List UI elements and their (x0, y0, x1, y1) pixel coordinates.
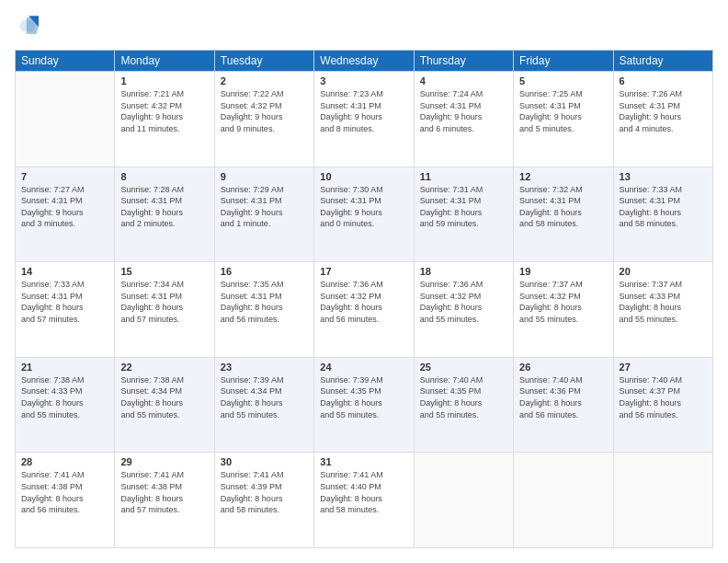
calendar-day-cell: 29Sunrise: 7:41 AM Sunset: 4:38 PM Dayli… (115, 453, 214, 548)
day-info: Sunrise: 7:34 AM Sunset: 4:31 PM Dayligh… (120, 279, 208, 325)
day-info: Sunrise: 7:40 AM Sunset: 4:36 PM Dayligh… (519, 374, 607, 420)
calendar-day-cell: 31Sunrise: 7:41 AM Sunset: 4:40 PM Dayli… (314, 453, 414, 548)
calendar-day-cell: 11Sunrise: 7:31 AM Sunset: 4:31 PM Dayli… (414, 167, 513, 262)
day-number: 11 (420, 171, 507, 182)
day-number: 17 (320, 266, 407, 277)
day-number: 15 (120, 266, 208, 277)
calendar-day-cell (613, 453, 712, 548)
day-number: 8 (120, 171, 208, 182)
day-info: Sunrise: 7:25 AM Sunset: 4:31 PM Dayligh… (519, 88, 607, 134)
day-info: Sunrise: 7:39 AM Sunset: 4:34 PM Dayligh… (221, 374, 308, 420)
calendar-day-cell: 21Sunrise: 7:38 AM Sunset: 4:33 PM Dayli… (16, 357, 115, 453)
day-info: Sunrise: 7:27 AM Sunset: 4:31 PM Dayligh… (21, 184, 108, 230)
day-number: 4 (420, 75, 507, 86)
day-number: 28 (21, 456, 108, 467)
calendar-day-cell: 22Sunrise: 7:38 AM Sunset: 4:34 PM Dayli… (115, 357, 214, 453)
calendar-table: SundayMondayTuesdayWednesdayThursdayFrid… (15, 50, 713, 548)
calendar-day-cell: 4Sunrise: 7:24 AM Sunset: 4:31 PM Daylig… (414, 72, 513, 167)
day-info: Sunrise: 7:37 AM Sunset: 4:33 PM Dayligh… (620, 279, 707, 325)
day-number: 24 (320, 362, 407, 373)
day-info: Sunrise: 7:40 AM Sunset: 4:37 PM Dayligh… (620, 374, 707, 420)
calendar-week-row: 1Sunrise: 7:21 AM Sunset: 4:32 PM Daylig… (16, 72, 713, 167)
day-number: 29 (120, 456, 208, 467)
calendar-day-cell: 17Sunrise: 7:36 AM Sunset: 4:32 PM Dayli… (314, 262, 414, 358)
day-info: Sunrise: 7:26 AM Sunset: 4:31 PM Dayligh… (620, 88, 707, 134)
calendar-week-row: 14Sunrise: 7:33 AM Sunset: 4:31 PM Dayli… (16, 262, 713, 358)
day-info: Sunrise: 7:33 AM Sunset: 4:31 PM Dayligh… (620, 184, 707, 230)
calendar-day-cell: 16Sunrise: 7:35 AM Sunset: 4:31 PM Dayli… (214, 262, 313, 358)
day-info: Sunrise: 7:41 AM Sunset: 4:39 PM Dayligh… (221, 469, 308, 515)
weekday-header: Friday (514, 51, 613, 72)
calendar-day-cell: 10Sunrise: 7:30 AM Sunset: 4:31 PM Dayli… (314, 167, 414, 262)
calendar-day-cell (16, 72, 115, 167)
header (15, 15, 713, 40)
day-number: 26 (519, 362, 607, 373)
day-info: Sunrise: 7:36 AM Sunset: 4:32 PM Dayligh… (420, 279, 507, 325)
day-number: 23 (221, 362, 308, 373)
day-number: 10 (320, 171, 407, 182)
day-number: 16 (221, 266, 308, 277)
calendar-day-cell: 28Sunrise: 7:41 AM Sunset: 4:38 PM Dayli… (16, 453, 115, 548)
calendar-day-cell: 8Sunrise: 7:28 AM Sunset: 4:31 PM Daylig… (115, 167, 214, 262)
day-info: Sunrise: 7:32 AM Sunset: 4:31 PM Dayligh… (519, 184, 607, 230)
day-info: Sunrise: 7:29 AM Sunset: 4:31 PM Dayligh… (221, 184, 308, 230)
calendar-week-row: 28Sunrise: 7:41 AM Sunset: 4:38 PM Dayli… (16, 453, 713, 548)
day-info: Sunrise: 7:38 AM Sunset: 4:33 PM Dayligh… (21, 374, 108, 420)
calendar-day-cell: 5Sunrise: 7:25 AM Sunset: 4:31 PM Daylig… (514, 72, 613, 167)
day-info: Sunrise: 7:40 AM Sunset: 4:35 PM Dayligh… (420, 374, 507, 420)
calendar-day-cell: 18Sunrise: 7:36 AM Sunset: 4:32 PM Dayli… (414, 262, 513, 358)
weekday-header: Wednesday (314, 51, 414, 72)
weekday-header: Thursday (414, 51, 513, 72)
day-info: Sunrise: 7:36 AM Sunset: 4:32 PM Dayligh… (320, 279, 407, 325)
day-number: 25 (420, 362, 507, 373)
day-info: Sunrise: 7:23 AM Sunset: 4:31 PM Dayligh… (320, 88, 407, 134)
logo (15, 15, 39, 40)
calendar-day-cell: 30Sunrise: 7:41 AM Sunset: 4:39 PM Dayli… (214, 453, 313, 548)
day-info: Sunrise: 7:31 AM Sunset: 4:31 PM Dayligh… (420, 184, 507, 230)
day-number: 21 (21, 362, 108, 373)
weekday-header: Saturday (613, 51, 712, 72)
day-info: Sunrise: 7:41 AM Sunset: 4:38 PM Dayligh… (21, 469, 108, 515)
calendar-day-cell: 13Sunrise: 7:33 AM Sunset: 4:31 PM Dayli… (613, 167, 712, 262)
day-number: 13 (620, 171, 707, 182)
day-info: Sunrise: 7:39 AM Sunset: 4:35 PM Dayligh… (320, 374, 407, 420)
day-number: 9 (221, 171, 308, 182)
calendar-day-cell (514, 453, 613, 548)
day-info: Sunrise: 7:24 AM Sunset: 4:31 PM Dayligh… (420, 88, 507, 134)
day-info: Sunrise: 7:21 AM Sunset: 4:32 PM Dayligh… (120, 88, 208, 134)
page: SundayMondayTuesdayWednesdayThursdayFrid… (0, 0, 728, 563)
day-info: Sunrise: 7:38 AM Sunset: 4:34 PM Dayligh… (120, 374, 208, 420)
day-info: Sunrise: 7:35 AM Sunset: 4:31 PM Dayligh… (221, 279, 308, 325)
day-info: Sunrise: 7:41 AM Sunset: 4:40 PM Dayligh… (320, 469, 407, 515)
calendar-day-cell: 19Sunrise: 7:37 AM Sunset: 4:32 PM Dayli… (514, 262, 613, 358)
day-number: 12 (519, 171, 607, 182)
day-number: 1 (120, 75, 208, 86)
day-info: Sunrise: 7:28 AM Sunset: 4:31 PM Dayligh… (120, 184, 208, 230)
calendar-day-cell: 14Sunrise: 7:33 AM Sunset: 4:31 PM Dayli… (16, 262, 115, 358)
calendar-week-row: 21Sunrise: 7:38 AM Sunset: 4:33 PM Dayli… (16, 357, 713, 453)
day-number: 6 (620, 75, 707, 86)
calendar-day-cell: 15Sunrise: 7:34 AM Sunset: 4:31 PM Dayli… (115, 262, 214, 358)
logo-icon (17, 15, 39, 37)
day-number: 27 (620, 362, 707, 373)
day-number: 22 (120, 362, 208, 373)
day-number: 7 (21, 171, 108, 182)
calendar-day-cell: 24Sunrise: 7:39 AM Sunset: 4:35 PM Dayli… (314, 357, 414, 453)
calendar-day-cell: 9Sunrise: 7:29 AM Sunset: 4:31 PM Daylig… (214, 167, 313, 262)
day-number: 19 (519, 266, 607, 277)
calendar-day-cell: 23Sunrise: 7:39 AM Sunset: 4:34 PM Dayli… (214, 357, 313, 453)
calendar-day-cell: 1Sunrise: 7:21 AM Sunset: 4:32 PM Daylig… (115, 72, 214, 167)
day-info: Sunrise: 7:41 AM Sunset: 4:38 PM Dayligh… (120, 469, 208, 515)
weekday-header: Sunday (16, 51, 115, 72)
day-number: 18 (420, 266, 507, 277)
day-info: Sunrise: 7:22 AM Sunset: 4:32 PM Dayligh… (221, 88, 308, 134)
day-number: 5 (519, 75, 607, 86)
calendar-day-cell: 2Sunrise: 7:22 AM Sunset: 4:32 PM Daylig… (214, 72, 313, 167)
calendar-day-cell: 3Sunrise: 7:23 AM Sunset: 4:31 PM Daylig… (314, 72, 414, 167)
calendar-header-row: SundayMondayTuesdayWednesdayThursdayFrid… (16, 51, 713, 72)
day-number: 2 (221, 75, 308, 86)
calendar-day-cell: 26Sunrise: 7:40 AM Sunset: 4:36 PM Dayli… (514, 357, 613, 453)
day-info: Sunrise: 7:37 AM Sunset: 4:32 PM Dayligh… (519, 279, 607, 325)
day-number: 14 (21, 266, 108, 277)
day-info: Sunrise: 7:30 AM Sunset: 4:31 PM Dayligh… (320, 184, 407, 230)
